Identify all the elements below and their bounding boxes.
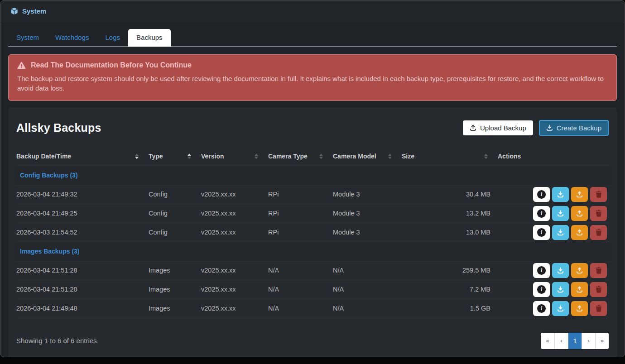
page-heading: System — [10, 7, 46, 15]
cell-camera-model: N/A — [329, 299, 398, 318]
download-icon — [557, 305, 564, 312]
info-icon — [537, 209, 546, 218]
cell-camera-type: RPi — [264, 185, 329, 204]
sort-icon — [388, 153, 392, 159]
cell-backup-datetime: 2026-03-03 21:54:52 — [16, 223, 145, 242]
cell-size: 30.4 MB — [398, 185, 494, 204]
cell-version: v2025.xx.xx — [197, 261, 264, 280]
pagination: « ‹ 1 › » — [541, 333, 609, 349]
cell-type: Images — [145, 261, 197, 280]
backup-info-button[interactable] — [533, 263, 550, 278]
column-header-camera-type[interactable]: Camera Type — [264, 148, 329, 166]
upload-icon — [470, 125, 476, 131]
cell-backup-datetime: 2026-03-04 21:49:48 — [16, 299, 145, 318]
upload-icon — [576, 305, 583, 312]
column-header-size[interactable]: Size — [398, 148, 494, 166]
backup-restore-upload-button[interactable] — [571, 187, 588, 202]
upload-icon — [576, 229, 583, 236]
upload-icon — [576, 210, 583, 217]
backup-info-button[interactable] — [533, 282, 550, 297]
column-header-version[interactable]: Version — [197, 148, 264, 166]
backup-info-button[interactable] — [533, 301, 550, 316]
column-header-backup-datetime[interactable]: Backup Date/Time — [16, 148, 145, 166]
backup-download-button[interactable] — [552, 282, 569, 297]
tab-backups[interactable]: Backups — [128, 29, 171, 47]
backup-info-button[interactable] — [533, 225, 550, 240]
cell-version: v2025.xx.xx — [197, 223, 264, 242]
sort-icon — [188, 153, 191, 159]
cell-version: v2025.xx.xx — [197, 280, 264, 299]
info-icon — [537, 190, 546, 199]
download-icon — [557, 229, 564, 236]
cell-backup-datetime: 2026-03-04 21:51:28 — [16, 261, 145, 280]
cell-camera-type: N/A — [264, 299, 329, 318]
backup-delete-button[interactable] — [590, 263, 607, 278]
upload-icon — [576, 286, 583, 293]
download-icon — [557, 267, 564, 274]
backup-delete-button[interactable] — [590, 301, 607, 316]
panel-title: Allsky Backups — [16, 121, 101, 134]
backup-table-row: 2026-03-04 21:49:48 Images v2025.xx.xx N… — [16, 299, 611, 318]
warning-triangle-icon — [17, 62, 26, 69]
create-backup-button[interactable]: Create Backup — [539, 120, 609, 136]
pagination-page-1-button[interactable]: 1 — [568, 333, 582, 349]
cell-backup-datetime: 2026-03-04 21:49:25 — [16, 204, 145, 223]
tab-system[interactable]: System — [8, 29, 47, 46]
trash-icon — [596, 191, 602, 198]
cell-type: Config — [145, 204, 197, 223]
column-header-actions: Actions — [494, 148, 611, 166]
backup-delete-button[interactable] — [590, 206, 607, 221]
cell-actions — [494, 299, 611, 318]
trash-icon — [596, 229, 602, 236]
column-header-type[interactable]: Type — [145, 148, 197, 166]
backup-download-button[interactable] — [552, 225, 569, 240]
upload-backup-label: Upload Backup — [480, 124, 526, 132]
backup-delete-button[interactable] — [590, 282, 607, 297]
pagination-last-button[interactable]: » — [595, 333, 609, 349]
upload-backup-button[interactable]: Upload Backup — [463, 120, 533, 135]
cell-type: Config — [145, 223, 197, 242]
cell-actions — [494, 223, 611, 242]
cell-actions — [494, 280, 611, 299]
pagination-prev-button[interactable]: ‹ — [554, 333, 568, 349]
cell-actions — [494, 261, 611, 280]
cell-actions — [494, 204, 611, 223]
backup-table-row: 2026-03-04 21:49:32 Config v2025.xx.xx R… — [16, 185, 611, 204]
cell-actions — [494, 185, 611, 204]
cell-camera-type: RPi — [264, 204, 329, 223]
pagination-next-button[interactable]: › — [582, 333, 595, 349]
backup-table-row: 2026-03-04 21:51:28 Images v2025.xx.xx N… — [16, 261, 611, 280]
tab-watchdogs[interactable]: Watchdogs — [47, 29, 97, 46]
backup-info-button[interactable] — [533, 187, 550, 202]
backup-restore-upload-button[interactable] — [571, 225, 588, 240]
table-footer: Showing 1 to 6 of 6 entries « ‹ 1 › » — [16, 333, 609, 349]
cell-camera-type: N/A — [264, 261, 329, 280]
backup-restore-upload-button[interactable] — [571, 263, 588, 278]
alert-title-row: Read The Documentation Before You Contin… — [17, 61, 608, 69]
backups-table: Backup Date/Time Type Version Camera Typ… — [16, 148, 611, 318]
cell-camera-type: RPi — [264, 223, 329, 242]
backup-download-button[interactable] — [552, 206, 569, 221]
backup-delete-button[interactable] — [590, 225, 607, 240]
cell-size: 1.5 GB — [398, 299, 494, 318]
backup-download-button[interactable] — [552, 263, 569, 278]
backup-download-button[interactable] — [552, 301, 569, 316]
alert-body: The backup and restore system should onl… — [17, 74, 608, 93]
pagination-first-button[interactable]: « — [541, 333, 554, 349]
sort-icon — [484, 153, 488, 159]
trash-icon — [596, 286, 602, 293]
cell-size: 259.5 MB — [398, 261, 494, 280]
backup-restore-upload-button[interactable] — [571, 206, 588, 221]
cell-camera-model: Module 3 — [329, 185, 398, 204]
backup-restore-upload-button[interactable] — [571, 301, 588, 316]
backup-download-button[interactable] — [552, 187, 569, 202]
column-header-camera-model[interactable]: Camera Model — [329, 148, 398, 166]
backup-delete-button[interactable] — [590, 187, 607, 202]
tab-logs[interactable]: Logs — [97, 29, 129, 46]
backup-info-button[interactable] — [533, 206, 550, 221]
backup-table-row: 2026-03-04 21:49:25 Config v2025.xx.xx R… — [16, 204, 611, 223]
sort-icon — [135, 153, 139, 159]
backup-restore-upload-button[interactable] — [571, 282, 588, 297]
info-icon — [537, 228, 546, 237]
cell-camera-type: N/A — [264, 280, 329, 299]
